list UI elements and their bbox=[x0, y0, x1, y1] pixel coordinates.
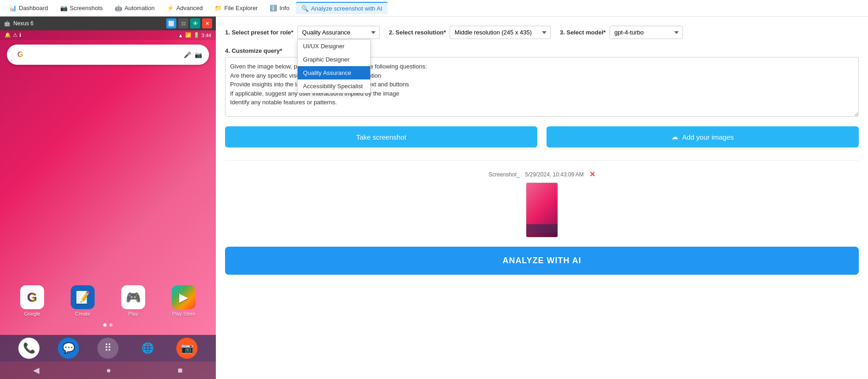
model-group: 3. Select model* gpt-4-turbo gpt-4 gpt-3… bbox=[560, 26, 683, 39]
device-ctrl-resize[interactable]: ⊡ bbox=[178, 18, 188, 28]
home-button[interactable]: ● bbox=[106, 366, 111, 375]
status-icons-left: 🔔 ⚠ ℹ bbox=[5, 32, 21, 38]
app-play-icon: 🎮 bbox=[121, 285, 145, 309]
analyze-icon: 🔍 bbox=[301, 5, 309, 12]
divider bbox=[225, 160, 859, 161]
device-ctrl-mirror[interactable]: 👁 bbox=[190, 18, 200, 28]
resolution-select[interactable]: Middle resolution (245 x 435) Low resolu… bbox=[450, 26, 551, 39]
app-play[interactable]: 🎮 Play bbox=[119, 285, 147, 317]
app-google[interactable]: G Google bbox=[18, 285, 46, 317]
app-google-label: Google bbox=[24, 311, 40, 317]
take-screenshot-button[interactable]: Take screenshot bbox=[225, 126, 537, 147]
nav-label-automation: Automation bbox=[124, 5, 155, 11]
app-google-icon: G bbox=[20, 285, 44, 309]
back-button[interactable]: ◀ bbox=[33, 365, 39, 375]
form-row-selects: 1. Select preset for role* UI/UX Designe… bbox=[225, 26, 859, 39]
dock-phone[interactable]: 📞 bbox=[18, 338, 39, 359]
app-playstore-label: Play Store bbox=[172, 311, 196, 317]
thumb-nav bbox=[526, 232, 558, 237]
screenshot-remove-button[interactable]: ✕ bbox=[589, 170, 595, 179]
nav-label-file-explorer: File Explorer bbox=[224, 5, 258, 11]
thumb-dock bbox=[526, 224, 558, 232]
device-title-left: 🤖 Nexus 6 bbox=[4, 20, 34, 27]
thumb-inner bbox=[526, 183, 558, 237]
screenshot-item: Screenshot_ 5/29/2024, 10:43:09 AM ✕ bbox=[225, 170, 859, 238]
app-create-label: Create bbox=[75, 311, 90, 317]
screenshot-thumbnail[interactable] bbox=[526, 182, 558, 238]
nav-item-screenshots[interactable]: 📷 Screenshots bbox=[55, 2, 108, 14]
upload-icon: ☁ bbox=[671, 133, 678, 141]
file-explorer-icon: 📁 bbox=[214, 5, 222, 11]
device-name: Nexus 6 bbox=[13, 20, 34, 27]
info-status-icon: ℹ bbox=[19, 32, 21, 38]
preset-group: 1. Select preset for role* UI/UX Designe… bbox=[225, 26, 380, 39]
nav-item-analyze[interactable]: 🔍 Analyze screenshot with AI bbox=[296, 2, 388, 14]
add-images-button[interactable]: ☁ Add your images bbox=[547, 126, 859, 147]
time-display: 3:44 bbox=[202, 33, 211, 38]
preset-select[interactable]: UI/UX Designer Graphic Designer Quality … bbox=[297, 26, 380, 39]
add-images-label: Add your images bbox=[682, 133, 734, 141]
dropdown-option-qa[interactable]: Quality Assurance bbox=[298, 66, 370, 79]
phone-dock: 📞 💬 ⠿ 🌐 📷 bbox=[0, 335, 216, 362]
device-ctrl-close[interactable]: ✕ bbox=[202, 18, 212, 28]
model-label: 3. Select model* bbox=[560, 29, 606, 36]
dock-messages[interactable]: 💬 bbox=[58, 338, 79, 359]
dot-1 bbox=[103, 323, 107, 327]
page-indicator bbox=[7, 323, 209, 327]
status-icons-right: ▲ 📶 🔋 3:44 bbox=[178, 32, 211, 38]
main-content: 🤖 Nexus 6 ⬜ ⊡ 👁 ✕ 🔔 ⚠ ℹ bbox=[0, 17, 868, 379]
nav-label-info: Info bbox=[279, 5, 289, 11]
app-playstore-icon: ▶ bbox=[172, 285, 196, 309]
dock-camera[interactable]: 📷 bbox=[176, 338, 197, 359]
app-icons-row: G Google 📝 Create 🎮 bbox=[7, 285, 209, 317]
dropdown-option-uiux[interactable]: UI/UX Designer bbox=[298, 40, 370, 53]
lens-icon[interactable]: 📷 bbox=[195, 51, 202, 58]
nav-item-info[interactable]: ℹ️ Info bbox=[264, 2, 295, 14]
mic-icon[interactable]: 🎤 bbox=[184, 51, 191, 58]
nav-bar: 📊 Dashboard 📷 Screenshots 🤖 Automation ⚡… bbox=[0, 0, 868, 17]
preset-dropdown-container: UI/UX Designer Graphic Designer Quality … bbox=[297, 26, 380, 39]
dock-chrome[interactable]: 🌐 bbox=[137, 338, 158, 359]
nav-item-advanced[interactable]: ⚡ Advanced bbox=[161, 2, 209, 14]
app-create[interactable]: 📝 Create bbox=[69, 285, 96, 317]
dashboard-icon: 📊 bbox=[9, 5, 17, 11]
device-panel: 🤖 Nexus 6 ⬜ ⊡ 👁 ✕ 🔔 ⚠ ℹ bbox=[0, 17, 216, 379]
app-play-label: Play bbox=[128, 311, 138, 317]
google-search-bar[interactable]: G 🎤 📷 bbox=[7, 45, 209, 65]
android-logo: 🤖 bbox=[4, 20, 11, 27]
app-container: 📊 Dashboard 📷 Screenshots 🤖 Automation ⚡… bbox=[0, 0, 868, 379]
model-select[interactable]: gpt-4-turbo gpt-4 gpt-3.5-turbo bbox=[609, 26, 683, 39]
phone-status-bar: 🔔 ⚠ ℹ ▲ 📶 🔋 3:44 bbox=[0, 30, 216, 40]
nav-item-dashboard[interactable]: 📊 Dashboard bbox=[4, 2, 54, 14]
resolution-group: 2. Select resolution* Middle resolution … bbox=[389, 26, 551, 39]
advanced-icon: ⚡ bbox=[167, 5, 174, 11]
nav-label-screenshots: Screenshots bbox=[70, 5, 103, 11]
dock-apps[interactable]: ⠿ bbox=[97, 338, 118, 359]
dot-2 bbox=[109, 323, 113, 327]
app-create-icon: 📝 bbox=[71, 285, 95, 309]
nav-label-dashboard: Dashboard bbox=[19, 5, 48, 11]
phone-nav-bar: ◀ ● ■ bbox=[0, 362, 216, 379]
right-panel: 1. Select preset for role* UI/UX Designe… bbox=[216, 17, 868, 379]
nav-item-file-explorer[interactable]: 📁 File Explorer bbox=[209, 2, 263, 14]
signal-icon: ▲ bbox=[178, 33, 183, 38]
info-icon: ℹ️ bbox=[270, 5, 277, 11]
notification-icon: 🔔 bbox=[5, 32, 11, 38]
app-playstore[interactable]: ▶ Play Store bbox=[170, 285, 197, 317]
app-grid-area: G Google 📝 Create 🎮 bbox=[0, 69, 216, 335]
action-buttons-row: Take screenshot ☁ Add your images bbox=[225, 126, 859, 147]
dropdown-option-graphic[interactable]: Graphic Designer bbox=[298, 53, 370, 66]
recents-button[interactable]: ■ bbox=[178, 366, 183, 375]
preset-label: 1. Select preset for role* bbox=[225, 29, 293, 36]
nav-label-analyze: Analyze screenshot with AI bbox=[311, 5, 382, 12]
wifi-icon: 📶 bbox=[185, 32, 192, 38]
dropdown-option-accessibility[interactable]: Accessibility Specialist bbox=[298, 79, 370, 93]
screenshot-name: Screenshot_ bbox=[489, 171, 519, 178]
device-ctrl-screen[interactable]: ⬜ bbox=[166, 18, 176, 28]
search-action-icons: 🎤 📷 bbox=[184, 51, 202, 58]
analyze-button[interactable]: ANALYZE WITH AI bbox=[225, 247, 859, 275]
automation-icon: 🤖 bbox=[115, 5, 122, 11]
google-logo: G bbox=[14, 48, 27, 61]
nav-item-automation[interactable]: 🤖 Automation bbox=[109, 2, 160, 14]
screenshot-meta: Screenshot_ 5/29/2024, 10:43:09 AM ✕ bbox=[489, 170, 595, 179]
